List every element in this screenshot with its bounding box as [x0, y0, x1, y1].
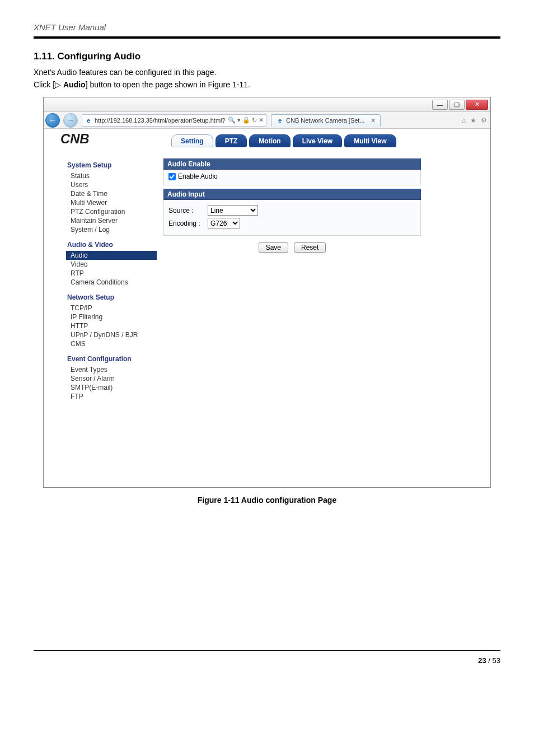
page-total: 53 — [493, 656, 500, 665]
sidebar-item-eventtypes[interactable]: Event Types — [66, 365, 157, 374]
sidebar-item-smtp[interactable]: SMTP(E-mail) — [66, 383, 157, 392]
browser-window: — ▢ ✕ ← → e http://192.168.123.35/html/o… — [43, 97, 491, 488]
main-area: CNB Setting PTZ Motion Live View Multi V… — [159, 129, 474, 487]
tab-ptz[interactable]: PTZ — [216, 134, 247, 147]
doc-header: XNET User Manual — [34, 22, 500, 32]
browser-tools: ⌂ ★ ⚙ — [462, 116, 487, 124]
tab-ie-icon: e — [276, 116, 284, 124]
sidebar-item-camera[interactable]: Camera Conditions — [66, 278, 157, 287]
intro-para-1: Xnet's Audio features can be configured … — [34, 68, 500, 77]
sidebar-item-http[interactable]: HTTP — [66, 321, 157, 330]
browser-tab[interactable]: e CNB Network Camera [Set... ✕ — [271, 114, 381, 127]
sidebar-item-status[interactable]: Status — [66, 171, 157, 180]
sidebar-group-network: Network Setup — [67, 293, 157, 301]
enable-audio-row: Enable Audio — [168, 172, 416, 180]
tab-close-icon[interactable]: ✕ — [371, 117, 376, 124]
tab-title: CNB Network Camera [Set... — [286, 117, 365, 124]
url-toolbar-icons: 🔍 ▾ 🔒 ↻ ✕ — [228, 116, 264, 124]
ie-icon: e — [85, 116, 92, 124]
button-row: Save Reset — [163, 242, 421, 253]
settings-icon[interactable]: ⚙ — [481, 116, 487, 124]
intro-para-2: Click [▷ Audio] button to open the page … — [34, 80, 500, 89]
window-close-button[interactable]: ✕ — [466, 100, 488, 110]
source-row: Source : Line — [168, 205, 416, 216]
figure-caption: Figure 1-11 Audio configuration Page — [34, 496, 500, 505]
sidebar-item-sensor[interactable]: Sensor / Alarm — [66, 374, 157, 383]
sidebar-item-audio[interactable]: Audio — [66, 251, 157, 260]
sidebar-group-event: Event Configuration — [67, 355, 157, 363]
top-nav: Setting PTZ Motion Live View Multi View — [171, 134, 457, 147]
audio-enable-panel: Audio Enable Enable Audio Audio Input So… — [163, 158, 421, 253]
para2-pre: Click [▷ — [34, 80, 63, 89]
sidebar-group-system: System Setup — [67, 161, 157, 169]
section-heading: 1.11. Configuring Audio — [34, 51, 500, 62]
para2-post: ] button to open the page shown in Figur… — [86, 80, 250, 89]
sidebar-item-maintain[interactable]: Maintain Server — [66, 216, 157, 225]
page-footer: 23 / 53 — [34, 656, 500, 665]
window-maximize-button[interactable]: ▢ — [449, 100, 465, 110]
encoding-row: Encoding : G726 — [168, 218, 416, 228]
encoding-label: Encoding : — [168, 220, 202, 227]
sidebar-item-multiviewer[interactable]: Multi Viewer — [66, 198, 157, 207]
para2-bold: Audio — [63, 80, 86, 89]
sidebar-group-av: Audio & Video — [67, 241, 157, 249]
page-sep: / — [486, 656, 493, 665]
page-content: System Setup Status Users Date & Time Mu… — [44, 129, 490, 487]
sidebar-item-ptzconfig[interactable]: PTZ Configuration — [66, 207, 157, 216]
sidebar-item-ipfilter[interactable]: IP Filtering — [66, 312, 157, 321]
source-label: Source : — [168, 207, 202, 214]
enable-audio-label: Enable Audio — [178, 172, 218, 180]
sidebar-item-cms[interactable]: CMS — [66, 339, 157, 348]
sidebar: System Setup Status Users Date & Time Mu… — [64, 129, 159, 487]
address-bar: ← → e http://192.168.123.35/html/operato… — [44, 112, 490, 129]
page-current: 23 — [478, 656, 486, 665]
sidebar-item-upnp[interactable]: UPnP / DynDNS / BJR — [66, 330, 157, 339]
sidebar-item-systemlog[interactable]: System / Log — [66, 225, 157, 234]
save-button[interactable]: Save — [259, 242, 288, 253]
window-titlebar: — ▢ ✕ — [44, 97, 490, 112]
audio-enable-header: Audio Enable — [163, 158, 421, 170]
window-minimize-button[interactable]: — — [432, 100, 448, 110]
sidebar-item-tcpip[interactable]: TCP/IP — [66, 304, 157, 312]
source-select[interactable]: Line — [208, 205, 258, 216]
rule-top — [34, 36, 500, 39]
sidebar-item-datetime[interactable]: Date & Time — [66, 189, 157, 198]
encoding-select[interactable]: G726 — [208, 218, 240, 228]
tab-setting[interactable]: Setting — [171, 134, 213, 147]
favorites-icon[interactable]: ★ — [470, 116, 476, 124]
brand-logo: CNB — [60, 131, 153, 148]
home-icon[interactable]: ⌂ — [462, 116, 466, 124]
rule-bottom — [34, 650, 500, 651]
brand-text: CNB — [60, 131, 90, 146]
sidebar-item-ftp[interactable]: FTP — [66, 392, 157, 401]
tab-liveview[interactable]: Live View — [293, 134, 342, 147]
section-title-text: Configuring Audio — [58, 51, 141, 62]
enable-audio-checkbox[interactable] — [168, 173, 176, 180]
nav-back-button[interactable]: ← — [45, 113, 60, 128]
url-text: http://192.168.123.35/html/operator/Setu… — [95, 117, 226, 124]
sidebar-item-rtp[interactable]: RTP — [66, 269, 157, 278]
sidebar-item-users[interactable]: Users — [66, 180, 157, 189]
tab-multiview[interactable]: Multi View — [344, 134, 396, 147]
reset-button[interactable]: Reset — [294, 242, 326, 253]
section-number: 1.11. — [34, 51, 55, 62]
audio-input-header: Audio Input — [163, 189, 421, 200]
nav-forward-button[interactable]: → — [63, 113, 78, 128]
tab-motion[interactable]: Motion — [249, 134, 290, 147]
sidebar-item-video[interactable]: Video — [66, 260, 157, 269]
url-field[interactable]: e http://192.168.123.35/html/operator/Se… — [82, 114, 266, 127]
